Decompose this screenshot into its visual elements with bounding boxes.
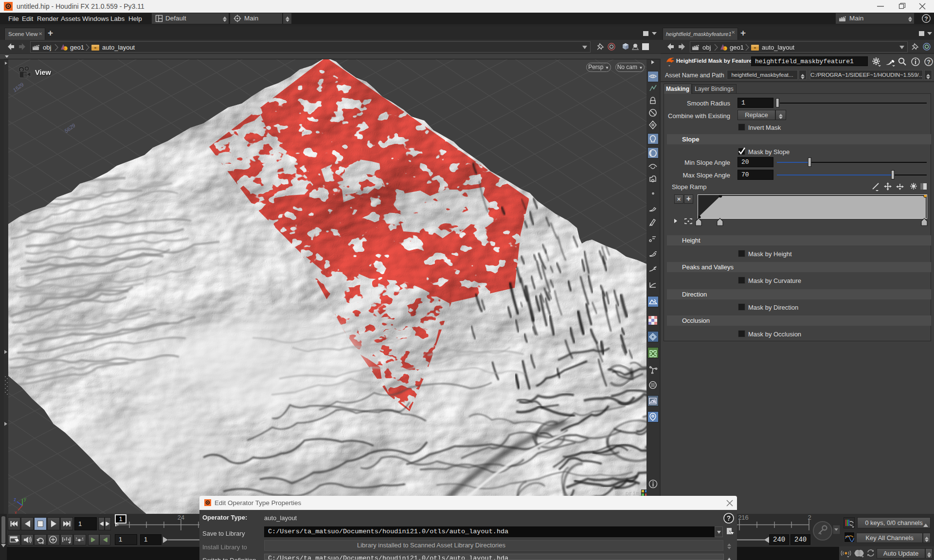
svg-text:?: ? (727, 514, 731, 522)
svg-text:2: 2 (808, 514, 811, 521)
svg-text:z: z (14, 497, 16, 502)
svg-text:216: 216 (738, 514, 749, 521)
svg-text:24: 24 (178, 514, 184, 521)
svg-text:?: ? (927, 59, 931, 66)
svg-text:?: ? (924, 16, 928, 22)
svg-text:y: y (24, 496, 26, 502)
